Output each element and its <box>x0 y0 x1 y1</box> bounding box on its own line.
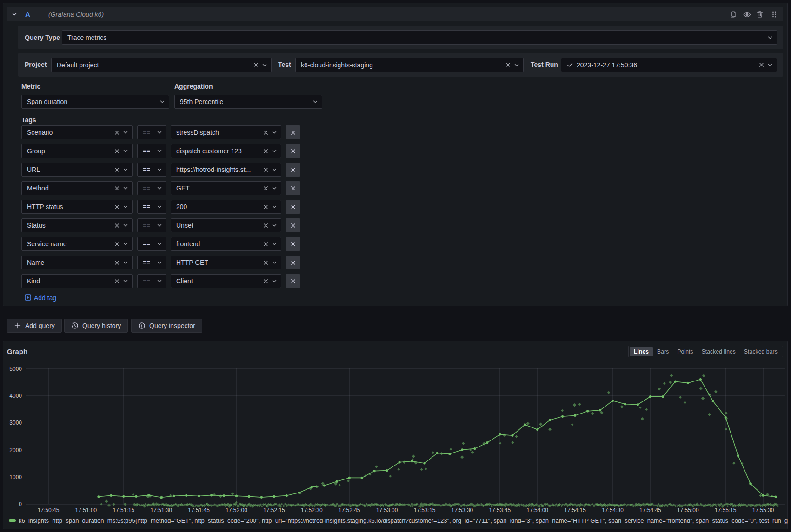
svg-text:5000: 5000 <box>9 366 22 372</box>
svg-text:17:53:30: 17:53:30 <box>452 507 473 513</box>
svg-text:17:51:45: 17:51:45 <box>188 507 210 513</box>
svg-text:17:53:45: 17:53:45 <box>489 507 511 513</box>
svg-text:17:51:30: 17:51:30 <box>150 507 172 513</box>
svg-text:4000: 4000 <box>9 393 22 399</box>
svg-text:0: 0 <box>19 501 22 507</box>
svg-text:3000: 3000 <box>9 420 22 426</box>
svg-text:17:55:00: 17:55:00 <box>677 507 699 513</box>
svg-text:17:54:00: 17:54:00 <box>526 507 548 513</box>
svg-text:17:53:15: 17:53:15 <box>414 507 436 513</box>
svg-text:17:51:00: 17:51:00 <box>75 507 97 513</box>
svg-text:17:54:45: 17:54:45 <box>639 507 661 513</box>
svg-text:17:52:00: 17:52:00 <box>226 507 247 513</box>
svg-text:17:52:15: 17:52:15 <box>263 507 285 513</box>
svg-text:1000: 1000 <box>9 474 22 480</box>
svg-text:17:50:45: 17:50:45 <box>38 507 60 513</box>
svg-text:17:53:00: 17:53:00 <box>376 507 398 513</box>
svg-text:17:54:15: 17:54:15 <box>564 507 586 513</box>
svg-text:2000: 2000 <box>9 447 22 453</box>
svg-text:17:55:15: 17:55:15 <box>715 507 737 513</box>
svg-text:17:52:45: 17:52:45 <box>339 507 360 513</box>
svg-text:17:52:30: 17:52:30 <box>301 507 323 513</box>
svg-text:17:51:15: 17:51:15 <box>113 507 134 513</box>
svg-text:17:55:30: 17:55:30 <box>752 507 774 513</box>
svg-text:17:54:30: 17:54:30 <box>602 507 624 513</box>
